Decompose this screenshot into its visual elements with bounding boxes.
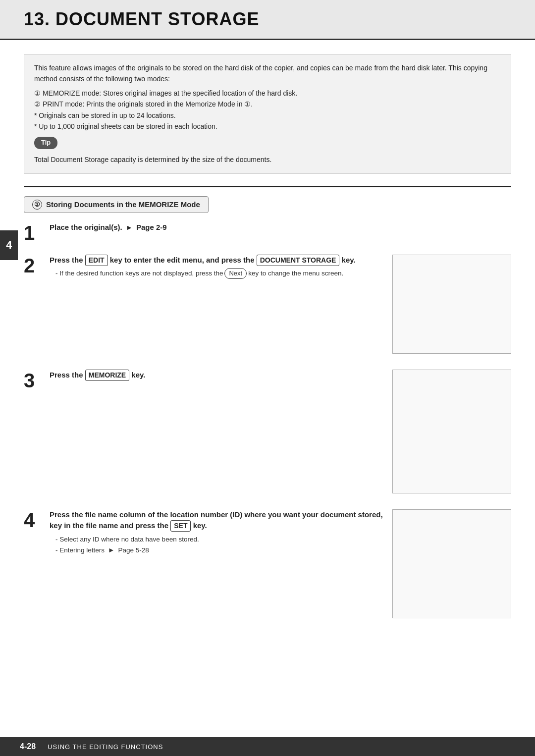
intro-box: This feature allows images of the origin… bbox=[24, 54, 511, 174]
step-1-content: Place the original(s). ► Page 2-9 bbox=[50, 222, 511, 235]
step-2-left: 2 Press the EDIT key to enter the edit m… bbox=[24, 255, 392, 279]
steps-area: 1 Place the original(s). ► Page 2-9 2 Pr… bbox=[24, 222, 511, 618]
tip-badge: Tip bbox=[34, 137, 57, 149]
section-header: ① Storing Documents in the MEMORIZE Mode bbox=[24, 196, 209, 213]
section-title: Storing Documents in the MEMORIZE Mode bbox=[46, 200, 200, 209]
step-4-row: 4 Press the file name column of the loca… bbox=[24, 509, 511, 618]
step-4-content: Press the file name column of the locati… bbox=[50, 509, 392, 556]
step-3-left: 3 Press the MEMORIZE key. bbox=[24, 370, 392, 390]
step-1-main: Place the original(s). ► Page 2-9 bbox=[50, 222, 503, 233]
step-2-main: Press the EDIT key to enter the edit men… bbox=[50, 255, 384, 266]
page-header: 13. DOCUMENT STORAGE bbox=[0, 0, 535, 40]
intro-paragraph: This feature allows images of the origin… bbox=[34, 62, 501, 85]
page-footer: 4-28 USING THE EDITING FUNCTIONS bbox=[0, 737, 535, 756]
step-2-screen bbox=[392, 255, 511, 354]
footer-page-num: 4-28 bbox=[20, 742, 36, 751]
memorize-key: MEMORIZE bbox=[85, 370, 129, 381]
set-key: SET bbox=[170, 520, 191, 532]
intro-items: ① MEMORIZE mode: Stores original images … bbox=[34, 88, 501, 132]
next-key: Next bbox=[224, 268, 247, 279]
intro-item-2: ② PRINT mode: Prints the originals store… bbox=[34, 99, 501, 109]
tip-text: Total Document Storage capacity is deter… bbox=[34, 154, 501, 165]
step-2-sub: - If the desired function keys are not d… bbox=[55, 268, 384, 279]
step-2-row: 2 Press the EDIT key to enter the edit m… bbox=[24, 255, 511, 354]
intro-item-1: ① MEMORIZE mode: Stores original images … bbox=[34, 88, 501, 99]
step-3-main: Press the MEMORIZE key. bbox=[50, 370, 384, 381]
step-4-screen bbox=[392, 509, 511, 618]
doc-storage-key: DOCUMENT STORAGE bbox=[257, 255, 340, 266]
step-3-row: 3 Press the MEMORIZE key. bbox=[24, 370, 511, 493]
side-tab: 4 bbox=[0, 230, 18, 260]
step-3-num: 3 bbox=[24, 370, 50, 390]
step-4-main: Press the file name column of the locati… bbox=[50, 509, 384, 532]
section-divider bbox=[24, 186, 511, 187]
step-2-content: Press the EDIT key to enter the edit men… bbox=[50, 255, 392, 279]
footer-label: USING THE EDITING FUNCTIONS bbox=[48, 743, 163, 751]
step-4-left: 4 Press the file name column of the loca… bbox=[24, 509, 392, 556]
step-3-content: Press the MEMORIZE key. bbox=[50, 370, 392, 383]
step-4-sub-1: - Select any ID where no data have been … bbox=[55, 535, 384, 545]
step-3-screen bbox=[392, 370, 511, 493]
step-1-arrow: ► bbox=[126, 222, 133, 233]
intro-item-4: * Up to 1,000 original sheets can be sto… bbox=[34, 121, 501, 132]
section-num: ① bbox=[32, 200, 42, 210]
step-1-row: 1 Place the original(s). ► Page 2-9 bbox=[24, 222, 511, 243]
page-title: 13. DOCUMENT STORAGE bbox=[24, 9, 511, 30]
edit-key: EDIT bbox=[85, 255, 108, 266]
intro-item-3: * Originals can be stored in up to 24 lo… bbox=[34, 110, 501, 121]
step-4-num: 4 bbox=[24, 509, 50, 530]
step-4-sub-2: - Entering letters ► Page 5-28 bbox=[55, 545, 384, 556]
step-2-num: 2 bbox=[24, 255, 50, 275]
step-4-arrow: ► bbox=[108, 545, 115, 556]
step-1-num: 1 bbox=[24, 222, 50, 243]
main-content: This feature allows images of the origin… bbox=[0, 40, 535, 648]
